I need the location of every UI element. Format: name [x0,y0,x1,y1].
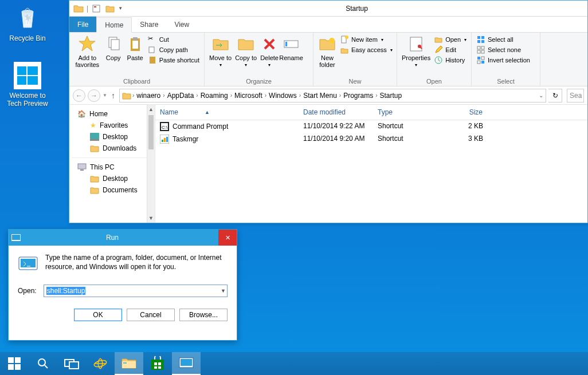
invert-selection-button[interactable]: Invert selection [476,56,530,65]
select-all-button[interactable]: Select all [476,35,530,44]
taskbar-store[interactable] [143,352,172,375]
svg-rect-4 [17,75,38,76]
search-input[interactable]: Sea [567,89,584,102]
col-type[interactable]: Type [373,105,442,120]
search-button[interactable] [29,352,57,375]
forward-button[interactable]: → [88,89,100,102]
chevron-down-icon[interactable]: ⌄ [539,92,543,98]
taskbar-ie[interactable] [86,352,115,375]
nav-desktop[interactable]: Desktop [87,131,152,143]
delete-button[interactable]: Delete▾ [260,35,279,68]
properties-button[interactable]: Properties▾ [402,35,430,68]
copy-button[interactable]: Copy [104,35,123,61]
refresh-button[interactable]: ↻ [548,89,562,102]
new-folder-icon[interactable] [104,3,116,14]
tab-file[interactable]: File [69,17,96,32]
browse-button[interactable]: Browse... [179,309,228,321]
svg-rect-63 [154,366,157,369]
chevron-down-icon[interactable]: ▼ [221,288,226,294]
file-list: Name▲ Date modified Type Size C:\Command… [155,105,587,223]
history-button[interactable]: History [434,56,467,65]
cancel-button[interactable]: Cancel [127,309,175,321]
col-size[interactable]: Size [442,105,488,120]
col-name[interactable]: Name▲ [155,105,299,120]
svg-rect-28 [477,50,480,53]
run-titlebar[interactable]: Run ✕ [9,230,237,246]
svg-rect-10 [132,41,138,49]
nav-scrollbar[interactable]: ▲▼ [147,105,155,223]
copy-path-button[interactable]: Copy path [148,45,199,54]
star-icon [78,35,96,53]
svg-rect-50 [15,357,21,363]
taskbar-run[interactable] [172,352,201,375]
nav-home[interactable]: 🏠Home [72,108,152,120]
nav-downloads[interactable]: Downloads [87,143,152,154]
svg-rect-64 [158,366,161,369]
tab-share[interactable]: Share [132,17,166,32]
copy-to-button[interactable]: Copy to▾ [235,35,257,68]
nav-pc-desktop[interactable]: Desktop [87,173,152,184]
window-title: Startup [126,5,587,13]
edit-button[interactable]: Edit [434,45,467,54]
svg-rect-19 [410,37,422,51]
folder-icon [122,91,131,100]
svg-rect-27 [481,46,484,49]
select-none-button[interactable]: Select none [476,45,530,54]
svg-rect-62 [158,362,161,365]
new-item-button[interactable]: New item▾ [340,35,393,44]
up-button[interactable]: ↑ [111,91,115,100]
taskbar-explorer[interactable] [115,352,143,375]
svg-rect-60 [151,360,164,370]
ok-button[interactable]: OK [74,309,122,321]
rename-icon [282,35,300,53]
shortcut-icon [160,135,169,144]
easy-access-button[interactable]: Easy access▾ [340,45,393,54]
open-button[interactable]: Open▾ [434,35,467,44]
svg-rect-30 [477,57,480,60]
sort-asc-icon: ▲ [205,109,210,115]
svg-rect-49 [8,357,14,363]
move-to-icon [211,35,230,53]
start-button[interactable] [0,352,29,375]
svg-rect-35 [90,139,99,141]
address-bar[interactable]: › winaero› AppData› Roaming› Microsoft› … [119,89,546,102]
paste-button[interactable]: Paste [126,35,144,61]
new-item-icon [340,35,349,44]
svg-rect-25 [481,40,484,43]
svg-point-16 [329,38,335,44]
back-button[interactable]: ← [73,89,85,102]
nav-favorites[interactable]: ★Favorites [87,120,152,131]
task-view-button[interactable] [57,352,86,375]
properties-icon[interactable] [91,3,102,14]
folder-icon [73,3,84,14]
svg-point-18 [345,35,348,39]
tab-view[interactable]: View [166,17,197,32]
add-to-favorites-button[interactable]: Add to favorites [74,35,101,68]
easy-access-icon [340,45,349,54]
nav-pc-documents[interactable]: Documents [87,184,152,196]
shortcut-icon: C:\ [160,122,169,131]
explorer-window: | ▼ Startup File Home Share View Add to … [69,0,588,223]
select-all-icon [476,35,485,44]
tab-home[interactable]: Home [96,17,132,33]
star-icon: ★ [90,121,96,129]
svg-rect-61 [154,362,157,365]
move-to-button[interactable]: Move to▾ [209,35,232,68]
copy-to-icon [237,35,255,53]
svg-rect-59 [123,362,127,364]
svg-rect-15 [285,42,287,46]
cut-button[interactable]: ✂Cut [148,35,199,44]
paste-icon [126,35,144,53]
close-button[interactable]: ✕ [218,230,237,246]
paste-shortcut-button[interactable]: Paste shortcut [148,56,199,65]
rename-button[interactable]: Rename [282,35,300,61]
col-date[interactable]: Date modified [299,105,373,120]
desktop-icon-recycle-bin[interactable]: Recycle Bin [5,5,50,42]
new-folder-button[interactable]: New folder [318,35,336,68]
desktop-icon-welcome[interactable]: Welcome to Tech Preview [5,62,50,108]
open-combobox[interactable]: shell:Startup ▼ [44,285,228,297]
nav-this-pc[interactable]: This PC [72,161,152,173]
list-item[interactable]: Taskmgr 11/10/2014 9:20 AM Shortcut 3 KB [155,133,587,145]
explorer-titlebar[interactable]: | ▼ Startup [69,1,587,17]
list-item[interactable]: C:\Command Prompt 11/10/2014 9:22 AM Sho… [155,120,587,133]
